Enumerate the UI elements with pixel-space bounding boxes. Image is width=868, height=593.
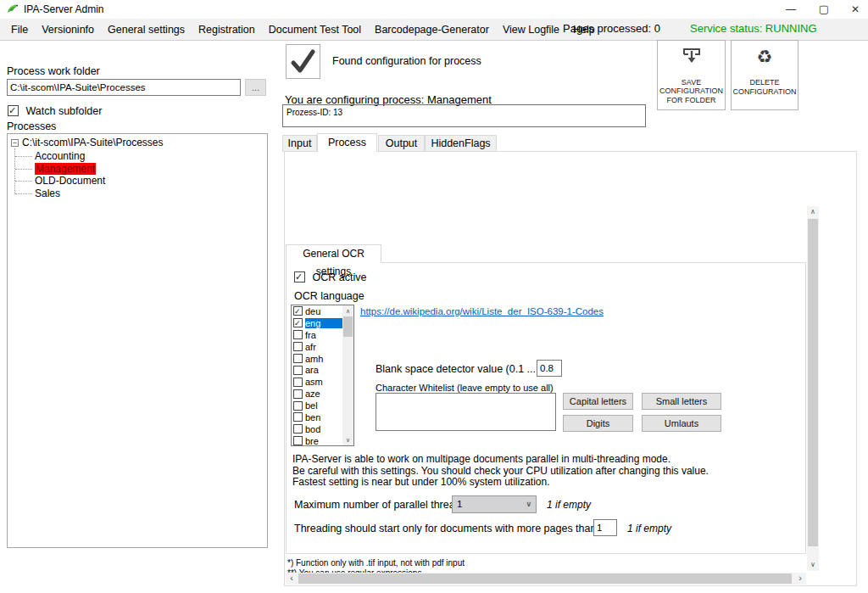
ocr-active-label: OCR active: [312, 271, 366, 283]
window-title: IPA-Server Admin: [24, 3, 103, 15]
watch-subfolder-label: Watch subfolder: [25, 105, 102, 117]
language-list-scrollbar[interactable]: ∧ ∨: [342, 305, 353, 445]
ocr-language-label: OCR language: [294, 290, 364, 302]
max-threads-label: Maximum number of parallel threads: [294, 499, 466, 511]
scroll-up-icon[interactable]: ∧: [807, 206, 819, 218]
ocr-active-checkbox[interactable]: [294, 271, 305, 283]
whitelist-textarea[interactable]: [376, 393, 556, 431]
delete-configuration-button[interactable]: ♻ DELETE CONFIGURATION: [731, 40, 798, 110]
browse-folder-button[interactable]: ...: [245, 79, 266, 96]
checkmark-icon: [287, 45, 320, 78]
tab-output[interactable]: Output: [378, 135, 425, 152]
scrollbar-thumb[interactable]: [343, 316, 353, 337]
language-item-asm[interactable]: asm: [292, 376, 342, 388]
iso-codes-link[interactable]: https://de.wikipedia.org/wiki/Liste_der_…: [360, 306, 604, 316]
blank-space-input[interactable]: [537, 360, 562, 377]
tab-input[interactable]: Input: [282, 135, 317, 152]
tree-node-sales[interactable]: Sales: [35, 187, 60, 199]
horizontal-scrollbar[interactable]: ‹ ›: [286, 573, 806, 585]
menu-view-logfile[interactable]: View Logfile: [496, 20, 566, 39]
config-found-message: Found configuration for process: [332, 55, 481, 67]
title-bar: IPA-Server Admin — ▢ ✕: [0, 0, 868, 19]
service-status: Service status: RUNNING: [690, 22, 817, 35]
recycle-icon: ♻: [757, 47, 773, 67]
language-item-bel[interactable]: bel: [292, 400, 342, 411]
language-item-amh[interactable]: amh: [292, 353, 342, 365]
ocr-language-listbox: deu eng fra afr amh ara asm aze bel ben …: [291, 305, 354, 446]
process-id-field[interactable]: Prozess-ID: 13: [282, 104, 646, 127]
digits-button[interactable]: Digits: [563, 415, 633, 432]
maximize-button[interactable]: ▢: [810, 0, 838, 19]
chevron-down-icon: ∨: [526, 496, 531, 512]
scroll-down-icon[interactable]: ∨: [807, 559, 819, 571]
menu-registration[interactable]: Registration: [192, 20, 262, 39]
language-item-aze[interactable]: aze: [292, 388, 342, 400]
minimize-button[interactable]: —: [776, 0, 805, 19]
tab-process[interactable]: Process: [317, 133, 377, 152]
config-found-indicator: [286, 44, 320, 79]
scroll-right-icon[interactable]: ›: [794, 573, 806, 585]
close-button[interactable]: ✕: [843, 0, 868, 19]
subtab-general-ocr[interactable]: General OCR settings: [286, 244, 381, 263]
tree-root-node[interactable]: C:\it-scom\IPA-Suite\Processes: [22, 137, 164, 148]
scroll-left-icon[interactable]: ‹: [286, 573, 298, 585]
threading-pages-input[interactable]: [593, 519, 617, 536]
menu-general-settings[interactable]: General settings: [101, 20, 192, 39]
tree-node-old-document[interactable]: OLD-Document: [35, 175, 105, 187]
language-item-fra[interactable]: fra: [292, 329, 342, 341]
threading-info-text: IPA-Server is able to work on multipage …: [292, 454, 709, 489]
tree-collapse-icon[interactable]: −: [11, 139, 19, 147]
work-folder-input[interactable]: [7, 79, 241, 96]
pages-if-empty-hint: 1 if empty: [627, 523, 671, 534]
whitelist-label: Character Whitelist (leave empty to use …: [376, 383, 554, 393]
pages-processed-status: Pages processed: 0: [563, 22, 660, 35]
menu-barcodepage-generator[interactable]: Barcodepage-Generator: [368, 20, 496, 39]
small-letters-button[interactable]: Small letters: [642, 393, 721, 410]
language-item-bre[interactable]: bre: [292, 435, 342, 447]
work-folder-label: Process work folder: [7, 65, 100, 77]
vertical-scrollbar[interactable]: ∧ ∨: [807, 206, 819, 571]
menu-file[interactable]: File: [4, 20, 35, 39]
scrollbar-thumb[interactable]: [808, 219, 818, 546]
threading-pages-label: Threading should start only for document…: [294, 523, 596, 534]
menu-versioninfo[interactable]: Versioninfo: [35, 20, 101, 39]
save-configuration-button[interactable]: SAVE CONFIGURATION FOR FOLDER: [657, 40, 726, 110]
scroll-up-icon[interactable]: ∧: [342, 305, 353, 316]
menu-document-test-tool[interactable]: Document Test Tool: [262, 20, 368, 39]
tree-node-accounting[interactable]: Accounting: [35, 150, 85, 162]
process-tree: − C:\it-scom\IPA-Suite\Processes Account…: [7, 133, 268, 548]
threads-if-empty-hint: 1 if empty: [547, 499, 591, 511]
language-item-ara[interactable]: ara: [292, 364, 342, 376]
capital-letters-button[interactable]: Capital letters: [563, 393, 633, 410]
tree-node-management[interactable]: Management: [35, 163, 96, 175]
save-icon: [681, 47, 703, 65]
app-logo-icon: [7, 3, 20, 19]
max-threads-dropdown[interactable]: 1 ∨: [452, 495, 537, 513]
umlauts-button[interactable]: Umlauts: [642, 415, 721, 432]
language-item-eng[interactable]: eng: [292, 317, 342, 329]
language-item-bod[interactable]: bod: [292, 423, 342, 435]
language-item-afr[interactable]: afr: [292, 341, 342, 353]
scroll-down-icon[interactable]: ∨: [342, 434, 353, 445]
language-item-ben[interactable]: ben: [292, 411, 342, 423]
blank-space-label: Blank space detector value (0.1 ... 1.5): [376, 363, 557, 375]
processes-label: Processes: [7, 120, 56, 132]
language-item-deu[interactable]: deu: [292, 305, 342, 317]
watch-subfolder-checkbox[interactable]: [8, 105, 19, 116]
tab-hiddenflags[interactable]: HiddenFlags: [425, 135, 497, 152]
footnote-tif: *) Function only with .tif input, not wi…: [287, 558, 465, 568]
scrollbar-thumb[interactable]: [298, 573, 792, 584]
